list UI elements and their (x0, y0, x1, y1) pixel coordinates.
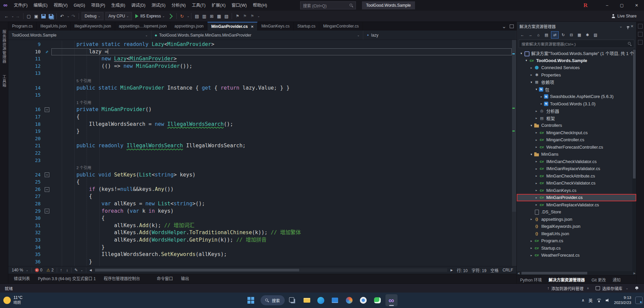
tree-item[interactable]: {}IllegalKeywords.json (517, 223, 636, 230)
menu-item[interactable]: 分析(N) (169, 0, 189, 11)
redo-icon[interactable]: ↷ (70, 12, 77, 20)
right-strip-icon[interactable] (638, 40, 643, 45)
line-indicator[interactable]: 行: 10 (455, 267, 470, 273)
dock-tab[interactable]: Git 更改 (588, 277, 609, 283)
tree-item[interactable]: ▸C#Startup.cs (517, 245, 636, 252)
right-strip-icon[interactable] (638, 32, 643, 37)
code-line[interactable]: 28 var allKeys = new List<string>(); (8, 200, 512, 208)
tree-item[interactable]: {}IllegalUrls.json (517, 230, 636, 238)
codelens-references[interactable]: 1 个引用 (77, 101, 91, 105)
toolbar-overflow-icon[interactable]: ⌄ (257, 14, 260, 18)
menu-item[interactable]: 扩展(X) (209, 0, 229, 11)
clock[interactable]: 9:13 2023/2/23 (614, 295, 631, 305)
expand-arrow-icon[interactable]: ▸ (539, 95, 544, 98)
undo-chevron-icon[interactable]: ⌄ (67, 14, 70, 18)
undo-icon[interactable]: ↶ (58, 12, 66, 20)
hscroll-right-icon[interactable]: ▶ (449, 268, 455, 272)
switch-views-icon[interactable]: ▤ (543, 32, 550, 38)
code-line[interactable]: 24– public void SetKeys(List<string> key… (8, 171, 512, 179)
sync-with-active-document-icon[interactable]: ⇄ (551, 31, 559, 39)
expand-arrow-icon[interactable]: ▸ (534, 182, 539, 185)
tree-item[interactable]: ▸C#MinGanCheckValidator.cs (517, 179, 636, 187)
tree-item[interactable]: ▾解决方案"ToolGood.Words.Sample" (1 个项目, 共 1… (517, 50, 636, 57)
menu-item[interactable]: 帮助(H) (250, 0, 270, 11)
collapse-arrow-icon[interactable]: ▾ (529, 153, 534, 156)
tree-item[interactable]: ▸C#MinGanCheckAttribute.cs (517, 172, 636, 180)
expand-arrow-icon[interactable]: ▸ (539, 102, 544, 105)
minimize-button[interactable]: – (600, 0, 614, 11)
editor-tab[interactable]: IllegalUrls.json (37, 22, 71, 31)
next-issue-icon[interactable]: ↓ (64, 268, 70, 272)
menu-item[interactable]: 项目(P) (88, 0, 108, 11)
weather-widget[interactable]: 11°C 晴朗 (3, 295, 22, 305)
code-line[interactable]: 23 (8, 157, 512, 164)
task-view-icon[interactable] (287, 294, 299, 306)
edge-icon[interactable] (315, 294, 327, 306)
server-explorer-vertical-tab[interactable]: 服务器资源管理器 (1, 27, 7, 67)
start-button[interactable] (246, 294, 259, 306)
editor-tab[interactable]: MinGanProvider.cs✕ (208, 22, 258, 31)
navigate-forward-icon[interactable]: → (14, 12, 21, 20)
menu-item[interactable]: 文件(F) (11, 0, 31, 11)
code-line[interactable]: 15 (8, 92, 512, 99)
menu-item[interactable]: 生成(B) (108, 0, 128, 11)
code-line[interactable]: 18 IllegalWordsSearch = new IllegalWords… (8, 121, 512, 128)
previous-bookmark-icon[interactable]: ⚑ (241, 12, 248, 20)
code-line[interactable]: 25 { (8, 178, 512, 186)
wechat-icon[interactable] (371, 294, 383, 306)
code-line[interactable]: 26– if (keys!=null&&keys.Any()) (8, 186, 512, 193)
chrome-icon[interactable] (357, 294, 369, 306)
code-line[interactable]: 27 { (8, 193, 512, 200)
debug-configuration-dropdown[interactable]: Debug⌄ (82, 12, 103, 20)
hscroll-left-icon[interactable]: ◀ (517, 272, 519, 275)
expand-arrow-icon[interactable]: ▸ (534, 196, 539, 199)
bottom-tool-tab[interactable]: 错误列表 (10, 274, 34, 284)
code-line[interactable]: 35 IllegalWordsSearch.SetKeywords(allKey… (8, 251, 512, 258)
collapse-arrow-icon[interactable]: ▾ (529, 124, 534, 127)
menu-item[interactable]: 视图(V) (51, 0, 71, 11)
expand-arrow-icon[interactable]: ▸ (534, 145, 539, 149)
tree-item[interactable]: ▸◎分析器 (517, 107, 636, 115)
expand-arrow-icon[interactable]: ▸ (534, 116, 539, 120)
taskbar-search[interactable]: 搜索 (261, 295, 284, 305)
codelens-references[interactable]: 5 个引用 (77, 79, 91, 83)
code-line[interactable]: 9 private static readonly Lazy<MinGanPro… (8, 41, 512, 48)
code-cleanup-icon[interactable]: ✎⌄ (73, 268, 85, 272)
bottom-tool-tab[interactable]: 输出 (177, 274, 193, 284)
tree-item[interactable]: ▸C#MinGanKeys.cs (517, 187, 636, 194)
scrollbar-thumb[interactable] (512, 40, 516, 212)
maximize-button[interactable]: ▢ (614, 0, 629, 11)
char-indicator[interactable]: 字符: 19 (470, 267, 489, 273)
tree-item[interactable]: ▸{}appsettings.json (517, 216, 636, 223)
find-in-files-icon[interactable]: ▤ (193, 12, 200, 20)
expand-arrow-icon[interactable]: ▸ (529, 217, 534, 221)
collapse-arrow-icon[interactable]: ▾ (524, 59, 529, 62)
code-line[interactable]: 31 allKeys.Add(k); // 增加词汇 (8, 222, 512, 229)
code-line[interactable]: 10✎ lazy = (8, 48, 512, 56)
expand-arrow-icon[interactable]: ▸ (529, 239, 534, 243)
dock-tab[interactable]: 解决方案资源管理器 (545, 277, 588, 283)
expand-arrow-icon[interactable]: ▸ (534, 138, 539, 142)
float-window-icon[interactable] (510, 24, 514, 28)
code-editor[interactable]: 9 private static readonly Lazy<MinGanPro… (8, 40, 516, 266)
immediate-window-icon[interactable]: ⊞ (208, 12, 215, 20)
prev-issue-icon[interactable]: ↑ (58, 268, 64, 272)
expand-arrow-icon[interactable]: ▸ (534, 167, 539, 170)
tree-item[interactable]: ▸NSwashbuckle.AspNetCore (5.6.3) (517, 93, 636, 100)
tree-item[interactable]: ▸C#IMinGanReplaceValidator.cs (517, 165, 636, 172)
select-repository-button[interactable]: 选择存储库 ⌄ (596, 286, 628, 291)
properties-icon[interactable]: ✱ (584, 32, 591, 38)
code-line[interactable]: 14 public static MinGanProvider Instance… (8, 85, 512, 92)
editor-tab[interactable]: appsettings.json (171, 22, 208, 31)
tree-item[interactable]: ▸C#WeatherForecast.cs (517, 252, 636, 259)
hot-reload-chevron-icon[interactable]: ⌄ (187, 14, 190, 18)
expand-arrow-icon[interactable]: ▸ (534, 131, 539, 134)
microsoft-store-icon[interactable] (329, 294, 341, 306)
solution-platform-dropdown[interactable]: Any CPU⌄ (105, 12, 132, 20)
notifications-bell-icon[interactable] (635, 286, 639, 290)
start-without-debugging-icon[interactable] (167, 12, 175, 20)
tree-item[interactable]: ▾MinGans (517, 151, 636, 158)
navigate-back-icon[interactable]: ← (3, 12, 10, 20)
zoom-dropdown[interactable]: 140 %⌄ (10, 268, 31, 272)
tree-item[interactable]: ▸C#MinGanReplaceValidator.cs (517, 201, 636, 209)
